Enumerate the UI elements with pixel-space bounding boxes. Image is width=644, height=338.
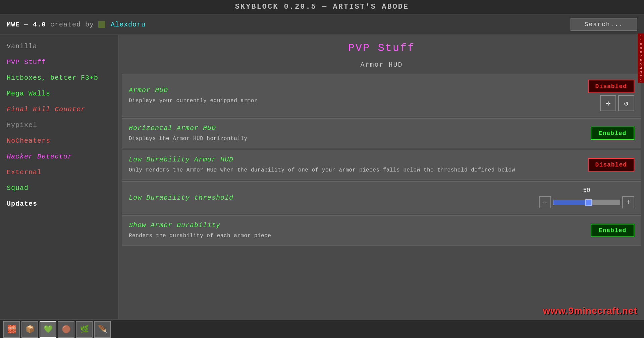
setting-name-armor-hud: Armor HUD — [129, 86, 581, 94]
slot-icon-slot5: 🌿 — [80, 325, 89, 334]
sidebar-item-nocheaters[interactable]: NoCheaters — [0, 133, 118, 149]
sidebar-item-updates[interactable]: Updates — [0, 196, 118, 212]
setting-right-show-armor-durability: Enabled — [591, 224, 634, 237]
edge-number: 6 — [640, 58, 642, 62]
setting-desc-armor-hud: Displays your currently equipped armor — [129, 97, 581, 105]
sidebar-item-vanilla[interactable]: Vanilla — [0, 39, 118, 54]
header-title: MWE — 4.0 created by Alexdoru — [7, 21, 146, 28]
slot-icon-slot1: 🧱 — [7, 325, 16, 334]
setting-desc-low-durability-armor-hud: Only renders the Armor HUD when the dura… — [129, 166, 581, 174]
edge-number: 7 — [640, 54, 642, 58]
creator-icon — [98, 21, 105, 28]
slider-name: Low Durability threshold — [129, 194, 233, 202]
toggle-button-show-armor-durability[interactable]: Enabled — [591, 224, 634, 237]
bottom-slot-slot2[interactable]: 📦 — [21, 321, 38, 338]
reset-icon[interactable]: ↺ — [618, 95, 634, 111]
slider-controls: 50−+ — [539, 187, 634, 208]
setting-right-armor-hud: Disabled✛↺ — [588, 80, 634, 111]
author-name: Alexdoru — [111, 21, 146, 28]
header-row: MWE — 4.0 created by Alexdoru Search... — [0, 14, 644, 35]
sidebar-item-pvp-stuff[interactable]: PVP Stuff — [0, 54, 118, 70]
bottom-slot-slot4[interactable]: 🟤 — [58, 321, 74, 338]
main-layout: VanillaPVP StuffHitboxes, better F3+bMeg… — [0, 35, 644, 319]
edge-number: 1 — [640, 38, 642, 42]
title-bar: SKYBLOCK 0.20.5 — ARTIST'S ABODE — [0, 0, 644, 14]
slider-track[interactable] — [553, 200, 620, 205]
edge-number: 5 — [640, 62, 642, 66]
setting-left-show-armor-durability: Show Armor DurabilityRenders the durabil… — [129, 221, 584, 240]
setting-desc-show-armor-durability: Renders the durability of each armor pie… — [129, 232, 584, 240]
bottom-slot-slot1[interactable]: 🧱 — [3, 321, 20, 338]
move-icon[interactable]: ✛ — [600, 95, 616, 111]
sidebar-item-final-kill-counter[interactable]: Final Kill Counter — [0, 102, 118, 117]
setting-right-horizontal-armor-hud: Enabled — [591, 127, 634, 140]
edge-number: 1 — [640, 78, 642, 82]
toggle-button-armor-hud[interactable]: Disabled — [588, 80, 634, 93]
slider-fill — [553, 200, 587, 205]
edge-number: 0 — [640, 42, 642, 46]
search-button[interactable]: Search... — [571, 18, 637, 31]
sidebar: VanillaPVP StuffHitboxes, better F3+bMeg… — [0, 35, 119, 319]
edge-number: 4 — [640, 66, 642, 70]
slider-row-low-durability-threshold: Low Durability threshold50−+ — [122, 181, 641, 214]
slider-thumb[interactable] — [585, 199, 592, 206]
slider-minus-button[interactable]: − — [539, 196, 551, 208]
sidebar-item-mega-walls[interactable]: Mega Walls — [0, 86, 118, 102]
slider-value: 50 — [583, 187, 590, 194]
setting-name-show-armor-durability: Show Armor Durability — [129, 221, 584, 229]
bottom-bar: 🧱📦💚🟤🌿🪶 — [0, 319, 644, 338]
section-heading: Armor HUD — [119, 61, 644, 73]
sidebar-item-external[interactable]: External — [0, 164, 118, 180]
toggle-button-horizontal-armor-hud[interactable]: Enabled — [591, 127, 634, 140]
slider-input-row: −+ — [539, 196, 634, 208]
slot-icon-slot4: 🟤 — [62, 325, 71, 334]
slot-icon-slot3: 💚 — [44, 325, 53, 334]
setting-left-armor-hud: Armor HUDDisplays your currently equippe… — [129, 86, 581, 105]
edge-numbers: 110987654321 — [638, 33, 644, 83]
setting-name-low-durability-armor-hud: Low Durability Armor HUD — [129, 156, 581, 163]
sidebar-item-hitboxes[interactable]: Hitboxes, better F3+b — [0, 70, 118, 86]
setting-name-horizontal-armor-hud: Horizontal Armor HUD — [129, 124, 584, 132]
edge-number: 1 — [640, 34, 642, 38]
setting-row-armor-hud: Armor HUDDisplays your currently equippe… — [122, 74, 641, 117]
content-title: PVP Stuff — [119, 35, 644, 61]
created-by: created by — [50, 21, 98, 28]
edge-number: 2 — [640, 74, 642, 78]
edge-number: 9 — [640, 46, 642, 50]
edge-number: 3 — [640, 70, 642, 74]
setting-right-low-durability-armor-hud: Disabled — [588, 158, 634, 172]
watermark: www.9minecraft.net — [543, 306, 637, 316]
setting-row-low-durability-armor-hud: Low Durability Armor HUDOnly renders the… — [122, 150, 641, 180]
setting-row-horizontal-armor-hud: Horizontal Armor HUDDisplays the Armor H… — [122, 118, 641, 148]
bottom-slot-slot6[interactable]: 🪶 — [94, 321, 111, 338]
setting-desc-horizontal-armor-hud: Displays the Armor HUD horizontally — [129, 135, 584, 143]
setting-left-horizontal-armor-hud: Horizontal Armor HUDDisplays the Armor H… — [129, 124, 584, 143]
slot-icon-slot6: 🪶 — [98, 325, 107, 334]
bottom-slot-slot3[interactable]: 💚 — [40, 321, 56, 338]
icon-row-armor-hud: ✛↺ — [600, 95, 634, 111]
edge-number: 8 — [640, 50, 642, 54]
sidebar-item-hypixel[interactable]: Hypixel — [0, 117, 118, 133]
bottom-slot-slot5[interactable]: 🌿 — [76, 321, 93, 338]
sidebar-item-squad[interactable]: Squad — [0, 180, 118, 196]
setting-left-low-durability-armor-hud: Low Durability Armor HUDOnly renders the… — [129, 156, 581, 174]
toggle-button-low-durability-armor-hud[interactable]: Disabled — [588, 158, 634, 172]
bottom-slots: 🧱📦💚🟤🌿🪶 — [3, 321, 111, 338]
setting-row-show-armor-durability: Show Armor DurabilityRenders the durabil… — [122, 215, 641, 246]
mod-name: MWE — 4.0 — [7, 21, 46, 28]
title-text: SKYBLOCK 0.20.5 — ARTIST'S ABODE — [235, 3, 409, 11]
settings-container: Armor HUDDisplays your currently equippe… — [119, 74, 644, 246]
slider-plus-button[interactable]: + — [622, 196, 634, 208]
content-area: PVP Stuff Armor HUD Armor HUDDisplays yo… — [119, 35, 644, 319]
slot-icon-slot2: 📦 — [25, 325, 35, 334]
sidebar-item-hacker-detector[interactable]: Hacker Detector — [0, 149, 118, 164]
